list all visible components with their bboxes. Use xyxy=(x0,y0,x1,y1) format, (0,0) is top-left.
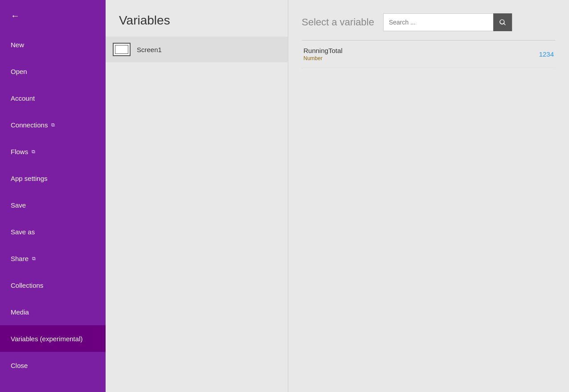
right-panel: Select a variable RunningTotalNumber1234 xyxy=(288,0,569,392)
screen-item-screen1[interactable]: Screen1 xyxy=(106,37,288,62)
search-icon xyxy=(499,18,507,26)
sidebar-item-label-account: Account xyxy=(11,94,35,102)
sidebar-item-flows[interactable]: Flows⧉ xyxy=(0,138,106,165)
sidebar-item-open[interactable]: Open xyxy=(0,58,106,85)
sidebar-item-label-save: Save xyxy=(11,201,26,209)
sidebar-item-label-media: Media xyxy=(11,308,29,316)
external-link-icon-connections: ⧉ xyxy=(51,122,55,128)
screen-icon-inner-screen1 xyxy=(115,45,128,54)
sidebar-item-variables[interactable]: Variables (experimental) xyxy=(0,325,106,352)
sidebar-item-label-connections: Connections xyxy=(11,121,48,129)
sidebar-item-media[interactable]: Media xyxy=(0,298,106,325)
sidebar-item-label-save-as: Save as xyxy=(11,228,35,236)
external-link-icon-share: ⧉ xyxy=(32,256,36,261)
sidebar-items-container: NewOpenAccountConnections⧉Flows⧉App sett… xyxy=(0,31,106,379)
content-area: Variables Screen1 Select a variable Runn… xyxy=(106,0,569,392)
search-box xyxy=(383,13,512,31)
screen-name-screen1: Screen1 xyxy=(137,46,162,53)
sidebar-item-label-collections: Collections xyxy=(11,282,43,289)
sidebar-item-label-flows: Flows xyxy=(11,148,28,155)
search-button[interactable] xyxy=(493,13,512,31)
sidebar-item-label-share: Share xyxy=(11,255,29,262)
sidebar-item-label-open: Open xyxy=(11,68,27,75)
page-title: Variables xyxy=(106,0,288,37)
sidebar-item-label-app-settings: App settings xyxy=(11,175,48,182)
variable-value: 1234 xyxy=(539,50,554,58)
variable-row[interactable]: RunningTotalNumber1234 xyxy=(302,41,556,68)
variable-type: Number xyxy=(303,55,343,61)
sidebar-item-label-variables: Variables (experimental) xyxy=(11,335,82,343)
sidebar-item-new[interactable]: New xyxy=(0,31,106,58)
sidebar-item-share[interactable]: Share⧉ xyxy=(0,245,106,272)
sidebar: ← NewOpenAccountConnections⧉Flows⧉App se… xyxy=(0,0,106,392)
screen-icon-screen1 xyxy=(113,43,131,56)
select-variable-label: Select a variable xyxy=(302,16,374,28)
external-link-icon-flows: ⧉ xyxy=(32,149,35,155)
search-input[interactable] xyxy=(384,19,493,26)
sidebar-item-connections[interactable]: Connections⧉ xyxy=(0,111,106,138)
sidebar-item-label-new: New xyxy=(11,41,24,49)
sidebar-item-close[interactable]: Close xyxy=(0,352,106,379)
sidebar-item-account[interactable]: Account xyxy=(0,85,106,111)
variable-header: Select a variable xyxy=(302,13,556,31)
back-arrow-icon: ← xyxy=(11,11,20,20)
sidebar-item-save[interactable]: Save xyxy=(0,192,106,218)
sidebar-item-label-close: Close xyxy=(11,362,28,369)
variable-list: RunningTotalNumber1234 xyxy=(302,40,556,68)
variable-info: RunningTotalNumber xyxy=(303,47,343,61)
sidebar-item-collections[interactable]: Collections xyxy=(0,272,106,298)
sidebar-item-save-as[interactable]: Save as xyxy=(0,218,106,245)
variable-name: RunningTotal xyxy=(303,47,343,54)
screen-list: Screen1 xyxy=(106,37,288,62)
sidebar-item-app-settings[interactable]: App settings xyxy=(0,165,106,192)
left-panel: Variables Screen1 xyxy=(106,0,288,392)
back-button[interactable]: ← xyxy=(0,0,106,31)
